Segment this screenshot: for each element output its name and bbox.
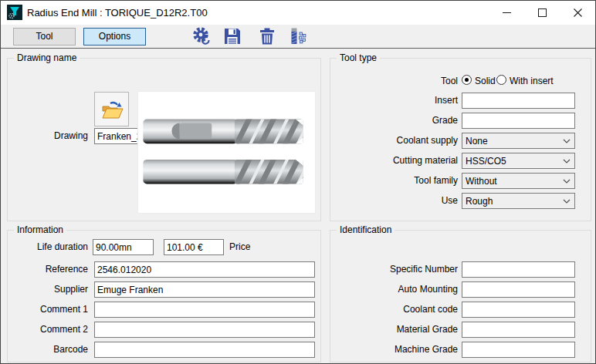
price-label: Price	[229, 241, 276, 252]
settings-sync-icon[interactable]	[191, 26, 212, 46]
identification-group-title: Identification	[337, 224, 395, 235]
drawing-label: Drawing	[8, 130, 88, 141]
price-field[interactable]	[164, 239, 224, 255]
minimize-button[interactable]	[489, 1, 524, 24]
insert-field[interactable]	[462, 93, 575, 109]
specific-number-label: Specific Number	[330, 264, 458, 275]
cutting-material-value: HSS/CO5	[466, 156, 506, 167]
tool-type-group: Tool type Tool Solid With insert Insert …	[330, 58, 591, 221]
reference-label: Reference	[8, 264, 88, 275]
life-duration-label: Life duration	[8, 241, 88, 252]
maximize-icon	[538, 8, 547, 17]
specific-number-field[interactable]	[462, 261, 575, 278]
open-folder-icon	[100, 99, 124, 120]
drawing-name-group: Drawing name Drawing	[7, 58, 321, 221]
machine-grade-field[interactable]	[462, 342, 575, 358]
tool-type-group-title: Tool type	[337, 52, 380, 63]
window-title: Radius End Mill : TORIQUE_D12R2.T00	[27, 7, 208, 19]
close-button[interactable]	[560, 1, 595, 24]
auto-mounting-field[interactable]	[462, 281, 575, 298]
open-drawing-button[interactable]	[94, 92, 129, 126]
tab-tool[interactable]: Tool	[13, 28, 76, 46]
tool-family-select[interactable]: Without	[462, 173, 575, 189]
tab-options[interactable]: Options	[83, 28, 146, 46]
material-grade-field[interactable]	[462, 322, 575, 338]
machine-grade-label: Machine Grade	[330, 344, 458, 355]
toolbar: Tool Options	[1, 25, 595, 49]
barcode-label: Barcode	[8, 344, 88, 355]
supplier-label: Supplier	[8, 284, 88, 295]
radio-solid[interactable]	[462, 75, 472, 85]
delete-icon[interactable]	[257, 26, 277, 46]
coolant-supply-select[interactable]: None	[462, 133, 575, 149]
use-value: Rough	[466, 196, 493, 207]
chevron-down-icon	[563, 159, 571, 163]
barcode-field[interactable]	[94, 342, 315, 358]
tool-family-value: Without	[466, 176, 497, 187]
close-icon	[574, 8, 582, 17]
end-mill-photo	[137, 91, 316, 214]
chevron-down-icon	[563, 139, 571, 143]
tool-radio-row: Tool Solid With insert	[330, 74, 591, 86]
cutting-material-select[interactable]: HSS/CO5	[462, 153, 575, 169]
use-label: Use	[330, 195, 458, 206]
grade-field[interactable]	[462, 113, 575, 129]
information-group: Information Life duration Price Referenc…	[7, 230, 321, 362]
radio-with-insert-label: With insert	[510, 76, 554, 86]
information-group-title: Information	[14, 224, 66, 235]
comment1-label: Comment 1	[8, 304, 88, 315]
comment2-field[interactable]	[94, 322, 315, 338]
supplier-field[interactable]	[94, 281, 315, 298]
identification-group: Identification Specific Number Auto Moun…	[330, 230, 591, 362]
save-icon[interactable]	[222, 26, 242, 46]
grade-label: Grade	[330, 115, 458, 126]
end-mill-app-icon	[7, 5, 22, 20]
titlebar: Radius End Mill : TORIQUE_D12R2.T00	[1, 1, 595, 25]
chevron-down-icon	[563, 179, 571, 184]
material-grade-label: Material Grade	[330, 324, 458, 335]
reference-field[interactable]	[94, 261, 315, 278]
comment1-field[interactable]	[94, 302, 315, 318]
coolant-supply-value: None	[466, 136, 488, 147]
coolant-code-label: Coolant code	[330, 304, 458, 315]
radio-solid-label: Solid	[475, 76, 496, 86]
chevron-down-icon	[563, 199, 571, 204]
machining-chips-icon[interactable]	[288, 26, 308, 46]
tool-family-label: Tool family	[330, 175, 458, 186]
radio-with-insert[interactable]	[496, 75, 506, 85]
coolant-code-field[interactable]	[462, 302, 575, 318]
life-duration-field[interactable]	[93, 239, 154, 255]
cutting-material-label: Cutting material	[330, 155, 458, 166]
drawing-group-title: Drawing name	[14, 52, 80, 63]
insert-label: Insert	[330, 95, 458, 106]
auto-mounting-label: Auto Mounting	[330, 284, 458, 295]
maximize-button[interactable]	[524, 1, 560, 24]
minimize-icon	[503, 8, 511, 17]
radius-end-mill-dialog: Radius End Mill : TORIQUE_D12R2.T00	[0, 0, 596, 364]
comment2-label: Comment 2	[8, 324, 88, 335]
use-select[interactable]: Rough	[462, 193, 575, 209]
coolant-supply-label: Coolant supply	[330, 135, 458, 146]
tool-label: Tool	[330, 76, 458, 86]
